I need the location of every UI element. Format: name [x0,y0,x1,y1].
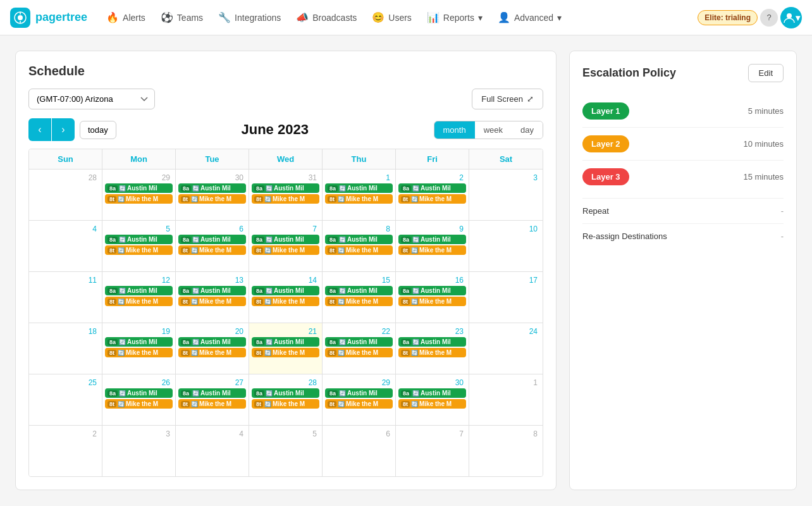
edit-button[interactable]: Edit [748,64,784,82]
calendar-cell-2-6[interactable]: 17 [469,272,543,323]
calendar-event[interactable]: 8a🔄 Austin Mil [105,235,173,244]
calendar-event[interactable]: 8t🔄 Mike the M [398,399,466,409]
calendar-event[interactable]: 8a🔄 Austin Mil [325,388,393,398]
nav-broadcasts[interactable]: 📣 Broadcasts [290,8,363,27]
calendar-cell-3-2[interactable]: 208a🔄 Austin Mil8t🔄 Mike the M [176,323,249,374]
calendar-event[interactable]: 8a🔄 Austin Mil [178,286,246,295]
calendar-event[interactable]: 8t🔄 Mike the M [325,348,393,357]
calendar-event[interactable]: 8t🔄 Mike the M [325,194,393,204]
layer-2-badge[interactable]: Layer 2 [582,135,629,152]
calendar-cell-0-2[interactable]: 308a🔄 Austin Mil8t🔄 Mike the M [176,170,249,220]
fullscreen-button[interactable]: Full Screen ⤢ [472,89,543,109]
calendar-event[interactable]: 8t🔄 Mike the M [398,297,466,306]
today-button[interactable]: today [80,121,116,139]
nav-teams[interactable]: ⚽ Teams [154,8,209,27]
calendar-event[interactable]: 8t🔄 Mike the M [178,399,246,409]
calendar-cell-4-1[interactable]: 268a🔄 Austin Mil8t🔄 Mike the M [102,374,176,425]
calendar-event[interactable]: 8t🔄 Mike the M [252,348,319,357]
calendar-cell-2-1[interactable]: 128a🔄 Austin Mil8t🔄 Mike the M [102,272,176,323]
elite-badge[interactable]: Elite: trialing [698,10,758,25]
calendar-event[interactable]: 8t🔄 Mike the M [252,194,319,204]
calendar-event[interactable]: 8t🔄 Mike the M [252,297,319,306]
calendar-cell-0-1[interactable]: 298a🔄 Austin Mil8t🔄 Mike the M [102,170,176,220]
nav-integrations[interactable]: 🔧 Integrations [212,8,287,27]
view-day-button[interactable]: day [512,121,543,139]
calendar-event[interactable]: 8t🔄 Mike the M [398,245,466,255]
calendar-event[interactable]: 8t🔄 Mike the M [178,245,246,255]
calendar-event[interactable]: 8t🔄 Mike the M [178,348,246,357]
calendar-event[interactable]: 8t🔄 Mike the M [398,348,466,357]
view-week-button[interactable]: week [475,121,512,139]
calendar-event[interactable]: 8a🔄 Austin Mil [325,183,393,193]
calendar-cell-4-0[interactable]: 25 [29,374,102,425]
calendar-event[interactable]: 8a🔄 Austin Mil [325,235,393,244]
calendar-cell-1-2[interactable]: 68a🔄 Austin Mil8t🔄 Mike the M [176,221,249,271]
calendar-cell-3-0[interactable]: 18 [29,323,102,374]
calendar-event[interactable]: 8t🔄 Mike the M [105,297,173,306]
calendar-cell-0-5[interactable]: 28a🔄 Austin Mil8t🔄 Mike the M [396,170,469,220]
calendar-cell-5-4[interactable]: 6 [323,426,396,476]
calendar-event[interactable]: 8a🔄 Austin Mil [252,388,319,398]
calendar-cell-5-5[interactable]: 7 [396,426,469,476]
layer-1-badge[interactable]: Layer 1 [582,102,629,120]
calendar-event[interactable]: 8a🔄 Austin Mil [398,388,466,398]
calendar-cell-3-6[interactable]: 24 [469,323,543,374]
calendar-event[interactable]: 8a🔄 Austin Mil [105,388,173,398]
calendar-event[interactable]: 8t🔄 Mike the M [105,348,173,357]
calendar-cell-5-3[interactable]: 5 [249,426,323,476]
calendar-cell-2-4[interactable]: 158a🔄 Austin Mil8t🔄 Mike the M [323,272,396,323]
calendar-event[interactable]: 8a🔄 Austin Mil [178,388,246,398]
view-month-button[interactable]: month [434,121,475,139]
calendar-event[interactable]: 8a🔄 Austin Mil [105,337,173,347]
calendar-event[interactable]: 8a🔄 Austin Mil [398,286,466,295]
nav-alerts[interactable]: 🔥 Alerts [100,8,152,27]
calendar-event[interactable]: 8t🔄 Mike the M [398,194,466,204]
calendar-cell-4-6[interactable]: 1 [469,374,543,425]
calendar-event[interactable]: 8a🔄 Austin Mil [252,183,319,193]
calendar-cell-2-5[interactable]: 168a🔄 Austin Mil8t🔄 Mike the M [396,272,469,323]
calendar-event[interactable]: 8a🔄 Austin Mil [178,183,246,193]
calendar-cell-1-1[interactable]: 58a🔄 Austin Mil8t🔄 Mike the M [102,221,176,271]
calendar-cell-5-1[interactable]: 3 [102,426,176,476]
user-avatar[interactable]: ▾ [780,7,802,28]
calendar-event[interactable]: 8t🔄 Mike the M [325,297,393,306]
calendar-event[interactable]: 8t🔄 Mike the M [178,194,246,204]
layer-3-badge[interactable]: Layer 3 [582,168,629,185]
calendar-event[interactable]: 8t🔄 Mike the M [325,245,393,255]
calendar-event[interactable]: 8a🔄 Austin Mil [398,337,466,347]
calendar-event[interactable]: 8a🔄 Austin Mil [105,286,173,295]
next-month-button[interactable]: › [52,118,75,141]
calendar-event[interactable]: 8a🔄 Austin Mil [105,183,173,193]
nav-advanced[interactable]: 👤 Advanced ▾ [491,8,568,27]
calendar-event[interactable]: 8a🔄 Austin Mil [178,235,246,244]
calendar-cell-4-2[interactable]: 278a🔄 Austin Mil8t🔄 Mike the M [176,374,249,425]
calendar-cell-5-2[interactable]: 4 [176,426,249,476]
calendar-cell-2-0[interactable]: 11 [29,272,102,323]
prev-month-button[interactable]: ‹ [28,118,51,141]
calendar-cell-2-3[interactable]: 148a🔄 Austin Mil8t🔄 Mike the M [249,272,323,323]
calendar-event[interactable]: 8a🔄 Austin Mil [178,337,246,347]
calendar-cell-4-5[interactable]: 308a🔄 Austin Mil8t🔄 Mike the M [396,374,469,425]
calendar-event[interactable]: 8a🔄 Austin Mil [398,235,466,244]
nav-reports[interactable]: 📊 Reports ▾ [421,8,489,27]
brand-logo[interactable]: pagertree [10,8,87,28]
calendar-cell-1-0[interactable]: 4 [29,221,102,271]
calendar-cell-3-3[interactable]: 218a🔄 Austin Mil8t🔄 Mike the M [249,323,323,374]
calendar-event[interactable]: 8a🔄 Austin Mil [252,235,319,244]
calendar-event[interactable]: 8a🔄 Austin Mil [252,337,319,347]
calendar-cell-2-2[interactable]: 138a🔄 Austin Mil8t🔄 Mike the M [176,272,249,323]
calendar-cell-1-5[interactable]: 98a🔄 Austin Mil8t🔄 Mike the M [396,221,469,271]
calendar-cell-4-3[interactable]: 288a🔄 Austin Mil8t🔄 Mike the M [249,374,323,425]
calendar-event[interactable]: 8t🔄 Mike the M [325,399,393,409]
calendar-event[interactable]: 8a🔄 Austin Mil [325,286,393,295]
timezone-select[interactable]: (GMT-07:00) Arizona [28,89,155,109]
calendar-cell-1-3[interactable]: 78a🔄 Austin Mil8t🔄 Mike the M [249,221,323,271]
calendar-event[interactable]: 8t🔄 Mike the M [178,297,246,306]
calendar-cell-1-6[interactable]: 10 [469,221,543,271]
nav-users[interactable]: 😊 Users [366,8,418,27]
calendar-event[interactable]: 8t🔄 Mike the M [252,245,319,255]
calendar-cell-0-0[interactable]: 28 [29,170,102,220]
help-button[interactable]: ? [760,9,778,27]
calendar-event[interactable]: 8t🔄 Mike the M [105,194,173,204]
calendar-cell-3-4[interactable]: 228a🔄 Austin Mil8t🔄 Mike the M [323,323,396,374]
